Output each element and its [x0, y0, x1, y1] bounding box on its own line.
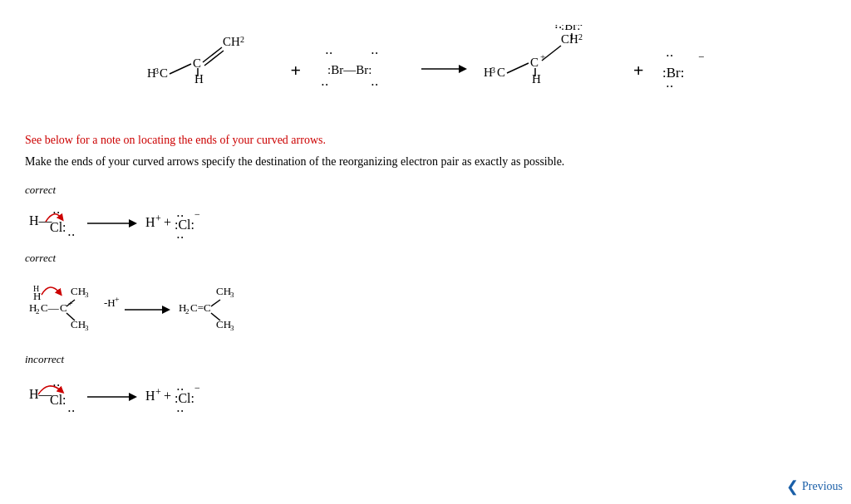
svg-text:2: 2 [578, 32, 583, 42]
svg-text:CH: CH [216, 318, 231, 330]
svg-text:−: − [194, 208, 200, 220]
svg-text:•  •: • • [322, 81, 328, 89]
svg-text:•: • [555, 25, 558, 29]
svg-text:2: 2 [36, 307, 40, 316]
svg-text:CH: CH [223, 35, 240, 48]
chevron-left-icon: ❮ [786, 477, 799, 496]
svg-text:3: 3 [491, 66, 495, 75]
product-br-anion: • • :Br: • • − [662, 46, 708, 95]
svg-text:C: C [497, 66, 505, 79]
correct-row-2: H H H 2 C— C + [25, 268, 826, 343]
svg-text:CH: CH [561, 32, 578, 46]
reaction-arrow [417, 56, 467, 85]
incorrect-example: incorrect H— • • Cl: • • [25, 353, 826, 415]
svg-text:•  •: • • [326, 50, 332, 57]
svg-text:•  •: • • [68, 232, 75, 239]
svg-text:H: H [33, 284, 39, 293]
svg-text:C: C [530, 56, 539, 69]
incorrect-label: incorrect [25, 353, 826, 366]
svg-text::Cl:: :Cl: [175, 391, 194, 405]
svg-text:Cl:: Cl: [50, 393, 66, 407]
svg-text:•: • [580, 25, 583, 29]
correct-example-2: correct H H H 2 C— [25, 252, 826, 343]
svg-text:3: 3 [230, 324, 234, 332]
propene-molecule: H 3 C C H CH 2 [143, 29, 272, 111]
svg-text:H: H [145, 215, 155, 229]
svg-text:3: 3 [155, 66, 159, 76]
br2-molecule: • • • • :Br—Br: • • • • [319, 46, 402, 95]
svg-text:2: 2 [240, 35, 244, 44]
svg-text:H: H [532, 72, 541, 86]
svg-text:Cl:: Cl: [50, 220, 66, 234]
svg-text:C—: C— [41, 301, 60, 314]
svg-text:+: + [164, 389, 171, 403]
svg-marker-67 [162, 306, 170, 314]
correct-label-2: correct [25, 252, 826, 265]
instruction-text: Make the ends of your curved arrows spec… [25, 155, 826, 169]
svg-text:•  •: • • [177, 408, 184, 415]
svg-text::Br:: :Br: [561, 25, 580, 32]
reaction-equation: H 3 C C H CH 2 + [25, 25, 826, 115]
incorrect-row: H— • • Cl: • • H [25, 369, 826, 415]
svg-text:−: − [698, 51, 704, 63]
plus-operator-1: + [287, 60, 304, 81]
svg-line-21 [507, 63, 529, 73]
svg-text:+: + [115, 295, 120, 304]
svg-text:2: 2 [185, 307, 189, 316]
svg-text:CH: CH [71, 285, 86, 297]
svg-text:C: C [60, 301, 67, 314]
svg-text:CH: CH [216, 285, 231, 297]
svg-text:+: + [155, 213, 161, 224]
svg-text:C=C: C=C [190, 301, 211, 314]
plus-operator-2: + [630, 60, 647, 81]
svg-text:•  •: • • [667, 83, 673, 91]
product-carbocation: H 3 C C + H CH 2 • • :Br: [482, 25, 615, 115]
svg-text:3: 3 [85, 324, 89, 332]
svg-text:3: 3 [230, 291, 234, 299]
previous-button[interactable]: ❮ Previous [786, 477, 843, 496]
svg-text:•  •: • • [68, 408, 75, 415]
svg-text:+: + [155, 386, 161, 398]
correct-row-1: H— • • Cl: • • H [25, 200, 826, 242]
svg-text::Br:: :Br: [662, 65, 684, 81]
svg-text:H: H [194, 72, 204, 86]
previous-label: Previous [802, 480, 843, 493]
red-note: See below for a note on locating the end… [25, 134, 826, 147]
svg-text:•  •: • • [177, 234, 184, 242]
main-content: H 3 C C H CH 2 + [0, 0, 851, 423]
svg-text:•  •: • • [371, 50, 378, 57]
svg-text:C: C [160, 66, 168, 80]
svg-text::Br—Br:: :Br—Br: [327, 63, 371, 76]
svg-text:+: + [164, 215, 171, 229]
svg-text:3: 3 [85, 291, 89, 299]
svg-line-3 [170, 64, 191, 74]
correct-example-1: correct H— • • Cl: • • [25, 183, 826, 242]
svg-marker-17 [459, 65, 467, 73]
svg-text:H: H [145, 389, 155, 403]
svg-text::Cl:: :Cl: [175, 218, 194, 232]
svg-marker-43 [129, 219, 137, 228]
svg-marker-82 [129, 393, 137, 401]
correct-label-1: correct [25, 183, 826, 197]
svg-text:CH: CH [71, 318, 86, 330]
svg-text:-H: -H [104, 296, 116, 309]
svg-text:−: − [194, 382, 200, 394]
svg-text:C: C [193, 56, 201, 70]
svg-text:•  •: • • [371, 81, 378, 89]
svg-text:•  •: • • [667, 52, 673, 60]
svg-line-73 [211, 300, 220, 306]
examples-section: correct H— • • Cl: • • [25, 183, 826, 415]
